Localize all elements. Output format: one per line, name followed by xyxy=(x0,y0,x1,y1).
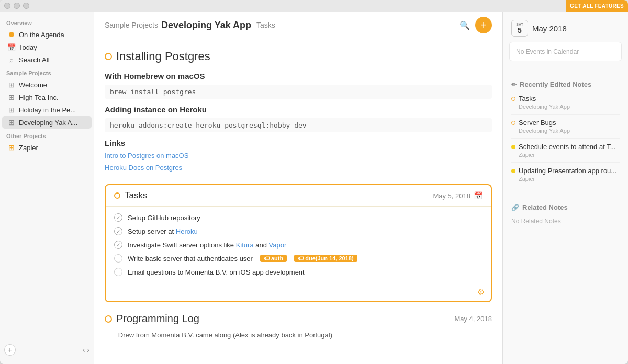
sidebar-item-label: Developing Yak A... xyxy=(19,119,77,127)
link-heroku-docs[interactable]: Heroku Docs on Postgres xyxy=(105,164,182,172)
sidebar-item-holiday[interactable]: ⊞ Holiday in the Pe... xyxy=(2,104,92,116)
note-dot-icon xyxy=(511,145,515,149)
note-dot-icon xyxy=(105,53,112,60)
maximize-button[interactable] xyxy=(23,3,29,9)
no-related-text: No Related Notes xyxy=(511,215,620,227)
note-title: Updating Presentation app rou... xyxy=(511,167,620,175)
note-dot-icon xyxy=(511,121,515,125)
grid-icon: ⊞ xyxy=(7,106,16,114)
prog-title-text: Programming Log xyxy=(116,313,199,325)
note-title: Server Bugs xyxy=(511,119,620,127)
no-events-text: No Events in Calendar xyxy=(516,48,579,55)
task-item: Email questions to Momenta B.V. on iOS a… xyxy=(114,265,483,279)
panel-month-year: May 2018 xyxy=(532,24,567,33)
task-checkbox[interactable] xyxy=(114,227,122,235)
task-card-header: Tasks May 5, 2018 📅 xyxy=(106,185,491,207)
recently-edited-item[interactable]: Schedule events to attend at T... Zapier xyxy=(511,141,620,163)
right-panel: SAT 5 May 2018 No Events in Calendar ✏ R… xyxy=(502,12,628,364)
task-checkbox[interactable] xyxy=(114,254,122,263)
recently-edited-label: Recently Edited Notes xyxy=(520,81,591,88)
sidebar-item-today[interactable]: 📅 Today xyxy=(2,41,92,53)
sidebar-item-label: Search All xyxy=(19,56,50,64)
recently-edited-item[interactable]: Updating Presentation app rou... Zapier xyxy=(511,165,620,186)
calendar-badge: SAT 5 xyxy=(511,20,528,37)
sidebar-item-label: Holiday in the Pe... xyxy=(19,106,76,114)
task-date-text: May 5, 2018 xyxy=(433,192,470,200)
related-notes-title: 🔗 Related Notes xyxy=(511,203,620,211)
note-title-text: Updating Presentation app rou... xyxy=(519,167,616,175)
search-icon: ⌕ xyxy=(7,55,16,64)
task-title-text: Tasks xyxy=(125,190,147,201)
link-icon: 🔗 xyxy=(511,204,519,211)
main-content: Sample Projects Developing Yak App Tasks… xyxy=(94,12,502,364)
installing-postgres-section: Installing Postgres With Homebrew on mac… xyxy=(105,50,492,172)
prog-dot-icon xyxy=(105,315,112,323)
task-item: Write basic server that authenticates us… xyxy=(114,252,483,265)
sidebar-item-developing-yak[interactable]: ⊞ Developing Yak A... xyxy=(2,116,92,129)
note-subtitle: Zapier xyxy=(511,176,620,182)
close-button[interactable] xyxy=(4,3,10,9)
note-subtitle: Zapier xyxy=(511,152,620,158)
kitura-link[interactable]: Kitura xyxy=(236,241,254,249)
sidebar-item-search-all[interactable]: ⌕ Search All xyxy=(2,53,92,66)
grid-orange-icon: ⊞ xyxy=(7,143,16,152)
note-subtitle: Developing Yak App xyxy=(511,104,620,110)
sidebar-nav-buttons: ‹ › xyxy=(83,346,89,354)
note-title: Schedule events to attend at T... xyxy=(511,143,620,151)
note-dot-icon xyxy=(511,169,515,173)
brew-command: brew install postgres xyxy=(105,85,492,99)
link-postgres-macos[interactable]: Intro to Postgres on macOS xyxy=(105,152,188,160)
main-header: Sample Projects Developing Yak App Tasks… xyxy=(94,12,502,39)
recently-edited-item[interactable]: Tasks Developing Yak App xyxy=(511,93,620,115)
task-checkbox[interactable] xyxy=(114,241,122,249)
note-title-text: Schedule events to attend at T... xyxy=(519,143,616,151)
task-checkbox[interactable] xyxy=(114,213,122,222)
task-text: Setup server at Heroku xyxy=(128,228,198,235)
add-note-button[interactable]: + xyxy=(475,17,492,33)
breadcrumb-project: Sample Projects xyxy=(105,21,158,29)
vapor-link[interactable]: Vapor xyxy=(269,241,287,249)
prog-date: May 4, 2018 xyxy=(454,315,492,323)
task-dot-icon xyxy=(114,192,120,199)
grid-icon: ⊞ xyxy=(7,118,16,127)
main-scroll-area[interactable]: Installing Postgres With Homebrew on mac… xyxy=(94,39,502,364)
sidebar-item-label: Welcome xyxy=(19,81,47,89)
sidebar-item-on-the-agenda[interactable]: On the Agenda xyxy=(2,28,92,41)
get-all-features-button[interactable]: GET ALL FEATURES xyxy=(566,0,628,12)
calendar-icon: 📅 xyxy=(7,43,16,51)
header-actions: 🔍 + xyxy=(459,17,492,33)
sidebar-item-high-tea[interactable]: ⊞ High Tea Inc. xyxy=(2,91,92,104)
task-text: Setup GitHub repository xyxy=(128,214,200,222)
installing-title-text: Installing Postgres xyxy=(116,50,210,63)
panel-divider xyxy=(509,72,622,72)
panel-divider-2 xyxy=(509,195,622,195)
sample-projects-label: Sample Projects xyxy=(0,66,94,78)
cal-num: 5 xyxy=(518,26,522,35)
note-title-text: Server Bugs xyxy=(519,119,556,127)
prog-item-text: Drew from Momenta B.V. came along (Alex … xyxy=(118,331,332,339)
recently-edited-item[interactable]: Server Bugs Developing Yak App xyxy=(511,117,620,139)
sidebar-item-welcome[interactable]: ⊞ Welcome xyxy=(2,78,92,91)
heroku-command: heroku addons:create heroku-postgresql:h… xyxy=(105,118,492,132)
nav-forward-button[interactable]: › xyxy=(87,346,89,354)
gear-icon[interactable]: ⚙ xyxy=(477,287,485,297)
sidebar-item-label: Today xyxy=(19,43,37,51)
breadcrumb-current: Developing Yak App xyxy=(161,20,251,31)
sidebar-bottom: + ‹ › xyxy=(0,340,94,360)
nav-back-button[interactable]: ‹ xyxy=(83,346,85,354)
overview-section-label: Overview xyxy=(0,16,94,28)
task-text: Write basic server that authenticates us… xyxy=(128,255,253,263)
homebrew-heading: With Homebrew on macOS xyxy=(105,72,492,81)
task-item: Setup GitHub repository xyxy=(114,211,483,224)
search-button[interactable]: 🔍 xyxy=(459,20,470,30)
sidebar-item-label: On the Agenda xyxy=(19,31,64,39)
heroku-link[interactable]: Heroku xyxy=(176,228,198,235)
sidebar-item-zapier[interactable]: ⊞ Zapier xyxy=(2,141,92,154)
task-text: Email questions to Momenta B.V. on iOS a… xyxy=(128,268,305,276)
add-project-button[interactable]: + xyxy=(4,344,16,356)
breadcrumb: Sample Projects Developing Yak App Tasks xyxy=(105,20,275,31)
installing-postgres-title: Installing Postgres xyxy=(105,50,492,63)
task-checkbox[interactable] xyxy=(114,268,122,276)
related-notes-section: 🔗 Related Notes No Related Notes xyxy=(503,199,628,229)
minimize-button[interactable] xyxy=(14,3,20,9)
